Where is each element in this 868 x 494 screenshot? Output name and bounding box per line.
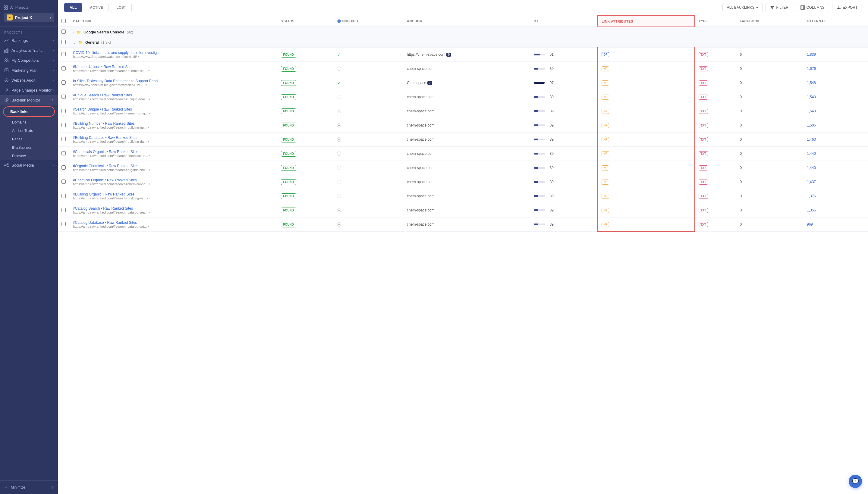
row-checkbox[interactable] <box>61 194 66 198</box>
indexed-cell: ✓ <box>333 76 403 90</box>
backlink-title[interactable]: #Catalog Search • Raw Ranked Sites <box>73 206 274 211</box>
external-count[interactable]: 1,540 <box>807 95 816 99</box>
row-checkbox[interactable] <box>61 52 66 56</box>
external-count[interactable]: 1,376 <box>807 194 816 198</box>
row-checkbox-cell <box>58 161 69 175</box>
chat-button[interactable]: 💬 <box>849 475 862 488</box>
indexed-cell: − <box>333 62 403 76</box>
row-checkbox[interactable] <box>61 66 66 71</box>
type-badge: TXT <box>699 151 708 156</box>
sidebar-sub-item-backlinks[interactable]: Backlinks <box>3 106 55 117</box>
external-count[interactable]: 1,440 <box>807 166 816 170</box>
row-checkbox-cell <box>58 217 69 232</box>
anchor-text: chem-space.com <box>407 95 434 99</box>
sidebar-item-label-rankings: Rankings <box>12 38 28 43</box>
status-cell: FOUND <box>277 189 333 203</box>
backlinks-filter-dropdown[interactable]: ALL BACKLINKS ▾ <box>722 3 763 12</box>
sidebar-item-changes[interactable]: Page Changes Monitor › <box>0 85 58 95</box>
tab-all[interactable]: ALL <box>64 3 82 12</box>
disavow-label: Disavow <box>12 154 25 158</box>
backlink-title[interactable]: In Silico Toxicology Data Resources to S… <box>73 79 274 83</box>
dt-fill <box>534 195 538 197</box>
backlink-title[interactable]: #Catalog Database • Raw Ranked Sites <box>73 221 274 225</box>
sidebar-item-competitors[interactable]: My Competitors › <box>0 55 58 65</box>
table-row: #Building Database • Raw Ranked Sites ht… <box>58 133 868 147</box>
backlink-title[interactable]: #Unique Search • Raw Ranked Sites <box>73 93 274 97</box>
link-attr-badge: NF <box>602 109 609 114</box>
backlink-title[interactable]: #Building Number • Raw Ranked Sites <box>73 121 274 126</box>
indexed-minus-icon: − <box>337 152 341 156</box>
link-attr-cell: NF <box>598 90 695 104</box>
row-checkbox[interactable] <box>61 151 66 155</box>
url-arrow-icon: ▾ <box>149 168 150 171</box>
row-checkbox[interactable] <box>61 109 66 113</box>
help-icon[interactable]: ? <box>51 485 54 490</box>
sidebar-item-rankings[interactable]: Rankings › <box>0 36 58 45</box>
columns-button[interactable]: COLUMNS <box>796 3 829 12</box>
external-count[interactable]: 1,437 <box>807 180 816 184</box>
backlink-title[interactable]: COVID-19 clinical trials and supply chai… <box>73 51 274 55</box>
sidebar-item-social[interactable]: Social Media › <box>0 160 58 170</box>
sidebar-sub-item-anchor-texts[interactable]: Anchor Texts <box>0 127 58 135</box>
row-checkbox[interactable] <box>61 123 66 127</box>
sidebar-sub-item-domains[interactable]: Domains <box>0 118 58 127</box>
sidebar-item-label-marketing: Marketing Plan <box>12 68 38 73</box>
dt-cell: 39 <box>530 133 598 147</box>
row-checkbox[interactable] <box>61 208 66 212</box>
external-count[interactable]: 1,839 <box>807 52 816 57</box>
backlink-title[interactable]: #Chemical Organic • Raw Ranked Sites <box>73 178 274 182</box>
external-count[interactable]: 1,548 <box>807 81 816 85</box>
backlink-title[interactable]: #Search Unique • Raw Ranked Sites <box>73 107 274 111</box>
all-projects-link[interactable]: All Projects <box>4 4 54 13</box>
group-checkbox-general[interactable] <box>61 40 66 44</box>
row-checkbox[interactable] <box>61 179 66 184</box>
external-count[interactable]: 1,540 <box>807 109 816 113</box>
external-cell: 1,463 <box>803 133 868 147</box>
tab-active[interactable]: ACTIVE <box>84 3 109 12</box>
group-name-gsc: Google Search Console <box>84 30 124 34</box>
row-checkbox[interactable] <box>61 222 66 226</box>
sidebar-sub-item-disavow[interactable]: Disavow <box>0 152 58 160</box>
external-count[interactable]: 1,355 <box>807 208 816 212</box>
external-count[interactable]: 1,463 <box>807 137 816 141</box>
svg-point-28 <box>338 22 340 23</box>
expand-gsc-btn[interactable]: › <box>73 30 74 34</box>
type-cell: TXT <box>695 203 736 217</box>
sidebar-item-backlink[interactable]: Backlink Monitor ∧ <box>0 95 58 105</box>
external-count[interactable]: 1,506 <box>807 123 816 128</box>
filter-button[interactable]: FILTER <box>765 3 793 12</box>
svg-rect-22 <box>802 6 803 10</box>
facebook-cell: 0 <box>736 161 803 175</box>
row-checkbox[interactable] <box>61 80 66 84</box>
expand-general-btn[interactable]: ⌄ <box>73 40 76 44</box>
external-count[interactable]: 1,440 <box>807 152 816 156</box>
backlink-title[interactable]: #Number Unique • Raw Ranked Sites <box>73 65 274 69</box>
external-count[interactable]: 969 <box>807 222 813 227</box>
row-checkbox[interactable] <box>61 137 66 141</box>
row-checkbox[interactable] <box>61 95 66 99</box>
tab-lost[interactable]: LOST <box>111 3 132 12</box>
sidebar-item-marketing[interactable]: Marketing Plan › <box>0 65 58 75</box>
backlink-title[interactable]: #Organic Chemicals • Raw Ranked Sites <box>73 164 274 168</box>
sidebar-item-analytics[interactable]: Analytics & Traffic › <box>0 45 58 55</box>
row-checkbox[interactable] <box>61 165 66 170</box>
backlink-title[interactable]: #Building Database • Raw Ranked Sites <box>73 136 274 140</box>
sidebar-sub-item-pages[interactable]: Pages <box>0 135 58 144</box>
backlink-title[interactable]: #Chemicals Organic • Raw Ranked Sites <box>73 150 274 154</box>
facebook-cell: 0 <box>736 76 803 90</box>
group-checkbox-gsc[interactable] <box>61 30 66 34</box>
select-all-checkbox[interactable] <box>61 19 66 23</box>
export-button[interactable]: EXPORT <box>832 3 862 12</box>
project-selector[interactable]: ✦ Project X ▾ <box>4 13 54 22</box>
sidebar-item-audit[interactable]: Website Audit › <box>0 75 58 85</box>
sidebar-sub-item-ips[interactable]: IPs/Subnets <box>0 144 58 152</box>
dt-fill <box>534 153 538 154</box>
minimize-button[interactable]: Minimize ? <box>0 480 58 494</box>
backlink-title[interactable]: #Building Organic • Raw Ranked Sites <box>73 192 274 196</box>
external-cell: 1,540 <box>803 90 868 104</box>
external-cell: 1,440 <box>803 147 868 161</box>
external-count[interactable]: 1,676 <box>807 66 816 71</box>
facebook-count: 0 <box>740 109 742 113</box>
dt-fill <box>534 96 538 98</box>
status-badge: FOUND <box>281 109 297 114</box>
